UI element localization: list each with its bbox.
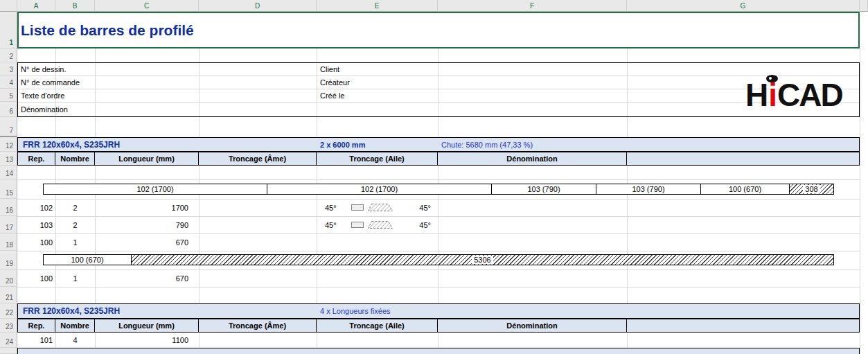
rep-cell[interactable]: 101: [17, 333, 55, 348]
length-cell[interactable]: 670: [95, 269, 199, 287]
row-header-3[interactable]: 3: [0, 62, 17, 76]
rep-cell[interactable]: 100: [17, 269, 55, 287]
row-header-4[interactable]: 4: [0, 76, 17, 89]
rep-cell[interactable]: 100: [17, 233, 55, 251]
section-2-quantity[interactable]: 4 x Longueurs fixées: [320, 303, 500, 319]
info-label-denomination[interactable]: Dénomination: [17, 102, 191, 116]
cut-aile-cell[interactable]: 45° 45°: [317, 216, 438, 233]
row-header-22[interactable]: 22: [0, 303, 17, 319]
row-header-13[interactable]: 13: [0, 152, 17, 166]
table-header-nombre[interactable]: Nombre: [55, 319, 95, 333]
nombre-cell[interactable]: 2: [55, 199, 95, 216]
table-header-aile[interactable]: Troncage (Aile): [317, 152, 438, 166]
spreadsheet: A B C D E F G 1 2 3 4 5 6 7 12 13 14 15 …: [0, 0, 868, 354]
bar-segment: 100 (670): [43, 254, 132, 265]
bar-segment: 103 (790): [492, 184, 596, 195]
row-header-15[interactable]: 15: [0, 179, 17, 199]
row-header-24[interactable]: 24: [0, 333, 17, 348]
nombre-cell[interactable]: 1: [55, 269, 95, 287]
column-header-g[interactable]: G: [627, 0, 860, 12]
table-header-longueur[interactable]: Longueur (mm): [95, 319, 199, 333]
row-header-21[interactable]: 21: [0, 287, 17, 303]
bar-waste-segment: 308: [790, 184, 834, 195]
hicad-logo: H i CAD: [745, 71, 842, 111]
row-header-7[interactable]: 7: [0, 117, 17, 137]
row-header-19[interactable]: 19: [0, 251, 17, 269]
length-cell[interactable]: 1100: [95, 333, 199, 348]
table-header-longueur[interactable]: Longueur (mm): [95, 152, 199, 166]
cutting-bar-2: 100 (670) 5306: [43, 254, 834, 265]
info-label-commande[interactable]: N° de commande: [17, 76, 191, 89]
logo-text-i: i: [767, 79, 777, 111]
info-label-ordre[interactable]: Texte d'ordre: [17, 89, 191, 102]
column-header-c[interactable]: C: [95, 0, 199, 12]
row-header-23[interactable]: 23: [0, 319, 17, 333]
nombre-cell[interactable]: 1: [55, 233, 95, 251]
length-cell[interactable]: 670: [95, 233, 199, 251]
bar-segment: 102 (1700): [43, 184, 267, 195]
column-header-e[interactable]: E: [317, 0, 438, 12]
row-header-25[interactable]: [0, 348, 17, 354]
cut-angle-left: 45°: [325, 204, 337, 212]
gridline: [860, 48, 860, 354]
table-header-empty[interactable]: [627, 319, 860, 333]
column-header-partial[interactable]: [860, 0, 868, 12]
section-1-profile[interactable]: FRR 120x60x4, S235JRH: [23, 137, 300, 152]
row-header-5[interactable]: 5: [0, 89, 17, 102]
cut-aile-cell[interactable]: 45° 45°: [317, 199, 438, 216]
info-label-client[interactable]: Client: [317, 62, 434, 76]
row-header-20[interactable]: 20: [0, 269, 17, 287]
column-header-d[interactable]: D: [199, 0, 317, 12]
rep-cell[interactable]: 102: [17, 199, 55, 216]
bar-segment: 102 (1700): [267, 184, 492, 195]
row-header-12[interactable]: 12: [0, 137, 17, 152]
section-1-waste[interactable]: Chute: 5680 mm (47,33 %): [441, 137, 626, 152]
nombre-cell[interactable]: 4: [55, 333, 95, 348]
column-header-f[interactable]: F: [438, 0, 627, 12]
bar-segment: 103 (790): [596, 184, 701, 195]
table-header-aile[interactable]: Troncage (Aile): [317, 319, 438, 333]
gridline: [17, 287, 860, 287]
row-header-16[interactable]: 16: [0, 199, 17, 216]
section-1-quantity[interactable]: 2 x 6000 mm: [320, 137, 436, 152]
cut-symbol-rect-icon: [351, 222, 364, 228]
gridline: [17, 251, 860, 251]
row-header-14[interactable]: 14: [0, 166, 17, 179]
table-header-empty[interactable]: [627, 152, 860, 166]
bar-waste-segment: 5306: [132, 254, 834, 265]
column-header-b[interactable]: B: [55, 0, 95, 12]
row-header-6[interactable]: 6: [0, 102, 17, 117]
length-cell[interactable]: 790: [95, 216, 199, 233]
table-header-ame[interactable]: Troncage (Âme): [199, 319, 317, 333]
row-header-18[interactable]: 18: [0, 233, 17, 251]
length-cell[interactable]: 1700: [95, 199, 199, 216]
cut-symbol-mitre-icon: [368, 221, 393, 229]
info-label-createur[interactable]: Créateur: [317, 76, 434, 89]
table-header-rep[interactable]: Rep.: [17, 152, 55, 166]
rep-cell[interactable]: 103: [17, 216, 55, 233]
eye-icon: [766, 75, 778, 82]
bar-segment: 100 (670): [701, 184, 790, 195]
info-label-creele[interactable]: Créé le: [317, 89, 434, 102]
cutting-bar-1: 102 (1700) 102 (1700) 103 (790) 103 (790…: [43, 184, 834, 195]
partial-row-band: [17, 348, 860, 354]
logo-text-cad: CAD: [777, 79, 842, 111]
section-2-profile[interactable]: FRR 120x60x4, S235JRH: [23, 303, 300, 319]
table-header-nombre[interactable]: Nombre: [55, 152, 95, 166]
cut-angle-left: 45°: [325, 221, 337, 229]
logo-text-h: H: [745, 79, 767, 111]
select-all-corner[interactable]: [0, 0, 17, 12]
row-header-17[interactable]: 17: [0, 216, 17, 233]
nombre-cell[interactable]: 2: [55, 216, 95, 233]
column-header-a[interactable]: A: [17, 0, 55, 12]
table-header-denom[interactable]: Dénomination: [438, 152, 627, 166]
page-title[interactable]: Liste de barres de profilé: [17, 12, 860, 48]
info-label-dessin[interactable]: N° de dessin.: [17, 62, 191, 76]
cut-angle-right: 45°: [419, 204, 431, 212]
table-header-denom[interactable]: Dénomination: [438, 319, 627, 333]
row-header-2[interactable]: 2: [0, 48, 17, 62]
table-header-ame[interactable]: Troncage (Âme): [199, 152, 317, 166]
row-header-1[interactable]: 1: [0, 12, 17, 48]
gridline: [17, 179, 860, 180]
table-header-rep[interactable]: Rep.: [17, 319, 55, 333]
